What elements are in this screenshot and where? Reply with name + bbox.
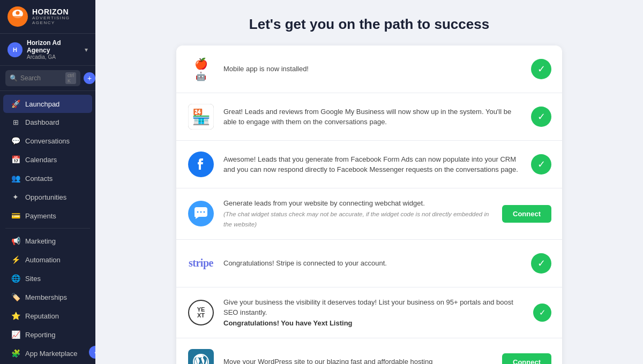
payments-icon: 💳 [11,211,20,220]
webchat-text: Generate leads from your website by conn… [223,199,425,207]
sidebar-item-label: Conversations [25,137,70,145]
sidebar-item-label: Calendars [25,156,57,164]
sidebar-item-label: Sites [25,275,41,283]
status-connected-yext: ✓ [533,304,551,322]
svg-point-3 [16,11,20,15]
app-marketplace-icon: 🧩 [11,349,20,358]
nav-list: 🚀 Launchpad ⊞ Dashboard 💬 Conversations … [0,91,95,364]
integrations-list: 🍎 🤖 Mobile app is now installed! ✓ 🏪 Gre… [176,46,562,364]
sidebar-item-label: Reputation [25,312,59,320]
agency-selector[interactable]: H Horizon Ad Agency Arcadia, GA ▾ [0,34,95,66]
sidebar-item-reporting[interactable]: 📈 Reporting [3,325,92,344]
webchat-note: (The chat widget status check may not be… [223,211,489,228]
stripe-integration-icon: stripe [187,249,215,277]
sidebar-item-reputation[interactable]: ⭐ Reputation [3,307,92,325]
search-bar: 🔍 ctrl K + [0,66,95,91]
page-title: Let's get you on the path to success [117,16,622,33]
sidebar-item-label: Marketing [25,237,56,245]
reporting-icon: 📈 [11,330,20,339]
integration-card-facebook: Awesome! Leads that you generate from Fa… [176,141,562,188]
nav-divider [5,228,90,229]
status-connected-mobile: ✓ [531,59,551,79]
sidebar-item-label: Opportunities [25,193,66,201]
webchat-integration-icon [187,200,215,228]
sidebar-logo: HORIZON ADVERTISING AGENCY [0,0,95,34]
facebook-integration-icon [187,150,215,178]
add-button[interactable]: + [84,72,95,84]
dashboard-icon: ⊞ [11,118,20,126]
integration-card-mobile: 🍎 🤖 Mobile app is now installed! ✓ [176,46,562,93]
memberships-icon: 🏷️ [11,293,20,301]
marketing-icon: 📢 [11,237,20,245]
wordpress-text: Move your WordPress site to our blazing … [223,358,432,364]
sidebar-item-label: Memberships [25,293,67,301]
yext-text: Give your business the visibility it des… [223,298,513,317]
sidebar-item-payments[interactable]: 💳 Payments [3,207,92,225]
stripe-text: Congratulations! Stripe is connected to … [223,259,387,267]
automation-icon: ⚡ [11,255,20,264]
integration-card-yext: YEXT Give your business the visibility i… [176,287,562,339]
sites-icon: 🌐 [11,274,20,283]
agency-name: Horizon Ad Agency [27,39,85,54]
search-icon: 🔍 [10,74,18,82]
sidebar-item-marketing[interactable]: 📢 Marketing [3,232,92,250]
sidebar-item-calendars[interactable]: 📅 Calendars [3,150,92,169]
sidebar-item-label: Contacts [25,175,53,183]
yext-integration-icon: YEXT [187,299,215,327]
integration-card-stripe: stripe Congratulations! Stripe is connec… [176,240,562,287]
yext-bold-text: Congratulations! You have Yext Listing [223,319,353,327]
chevron-down-icon: ▾ [85,46,88,54]
agency-location: Arcadia, GA [27,54,85,60]
search-input[interactable] [20,74,63,82]
agency-avatar: H [8,42,23,57]
facebook-text: Awesome! Leads that you generate from Fa… [223,155,518,174]
integration-card-webchat: Generate leads from your website by conn… [176,188,562,240]
sidebar-item-app-marketplace[interactable]: 🧩 App Marketplace [3,344,92,362]
integration-card-google: 🏪 Great! Leads and reviews from Google M… [176,93,562,141]
conversations-icon: 💬 [11,136,20,145]
sidebar-item-contacts[interactable]: 👥 Contacts [3,169,92,187]
sidebar-item-automation[interactable]: ⚡ Automation [3,251,92,269]
sidebar-item-label: Payments [25,212,56,220]
sidebar-item-label: Automation [25,256,61,264]
status-connected-stripe: ✓ [531,253,551,274]
contacts-icon: 👥 [11,174,20,183]
logo-subtitle: ADVERTISING AGENCY [32,16,88,26]
calendars-icon: 📅 [11,155,20,164]
mobile-app-text: Mobile app is now installed! [223,65,309,73]
integration-card-wordpress: Move your WordPress site to our blazing … [176,338,562,364]
svg-text:🏪: 🏪 [192,108,211,126]
reputation-icon: ⭐ [11,312,20,320]
sidebar-item-memberships[interactable]: 🏷️ Memberships [3,288,92,306]
sidebar-item-launchpad[interactable]: 🚀 Launchpad [3,95,92,113]
wordpress-connect-button[interactable]: Connect [502,353,551,365]
webchat-connect-button[interactable]: Connect [502,205,551,223]
google-integration-icon: 🏪 [187,103,215,131]
launchpad-icon: 🚀 [11,100,20,108]
opportunities-icon: ✦ [11,193,20,201]
sidebar-item-label: App Marketplace [25,350,78,358]
sidebar-item-opportunities[interactable]: ✦ Opportunities [3,188,92,206]
svg-point-10 [204,211,205,213]
sidebar-item-label: Dashboard [25,118,59,126]
mobile-app-integration-icon: 🍎 🤖 [187,55,215,83]
status-connected-google: ✓ [531,107,551,127]
svg-point-9 [200,211,202,213]
google-text: Great! Leads and reviews from Google My … [223,108,511,126]
svg-point-8 [197,211,199,213]
sidebar-item-dashboard[interactable]: ⊞ Dashboard [3,113,92,131]
status-connected-facebook: ✓ [531,154,551,175]
sidebar-item-label: Launchpad [25,100,59,108]
sidebar: HORIZON ADVERTISING AGENCY H Horizon Ad … [0,0,95,364]
sidebar-item-conversations[interactable]: 💬 Conversations [3,132,92,150]
logo-title: HORIZON [32,8,88,16]
sidebar-item-sites[interactable]: 🌐 Sites [3,269,92,287]
wordpress-integration-icon [187,348,215,364]
sidebar-item-label: Reporting [25,331,55,339]
main-content: Let's get you on the path to success 🍎 🤖… [95,0,643,364]
search-shortcut: ctrl K [65,72,76,84]
